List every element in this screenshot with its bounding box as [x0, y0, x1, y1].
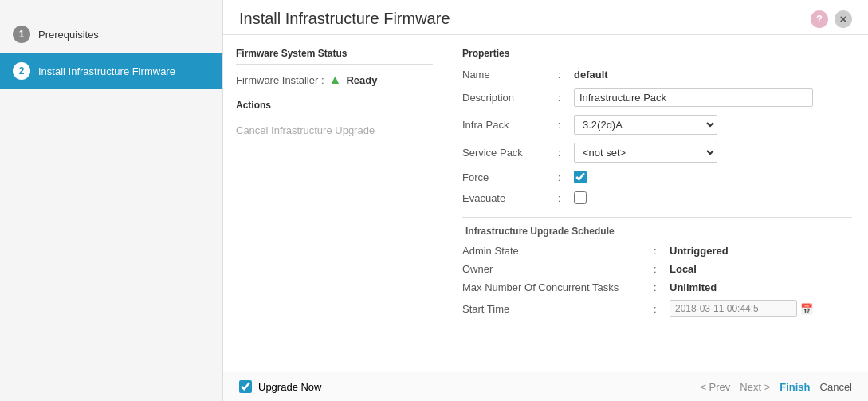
cancel-button[interactable]: Cancel [820, 381, 852, 393]
actions-section: Actions Cancel Infrastructure Upgrade [236, 100, 433, 136]
step-badge-1: 1 [13, 26, 30, 43]
description-label: Description [462, 92, 558, 104]
start-time-input[interactable] [670, 300, 797, 317]
sidebar-item-install-firmware[interactable]: 2 Install Infrastructure Firmware [0, 53, 222, 89]
dialog-title: Install Infrastructure Firmware [239, 10, 450, 28]
name-row: Name : default [462, 69, 852, 81]
cancel-infrastructure-upgrade-link: Cancel Infrastructure Upgrade [236, 124, 375, 136]
evacuate-label: Evacuate [462, 192, 558, 204]
footer-buttons: < Prev Next > Finish Cancel [700, 381, 852, 393]
owner-label: Owner [462, 263, 654, 275]
prev-button[interactable]: < Prev [700, 381, 730, 393]
force-row: Force : [462, 171, 852, 183]
description-input[interactable] [574, 88, 813, 107]
help-button[interactable]: ? [811, 10, 828, 28]
description-row: Description : [462, 88, 852, 107]
left-panel: Firmware System Status Firmware Installe… [223, 35, 446, 372]
service-pack-select[interactable]: <not set> [574, 143, 717, 163]
ready-icon: ▲ [329, 73, 342, 87]
actions-title: Actions [236, 100, 433, 116]
owner-row: Owner : Local [462, 263, 852, 275]
firmware-installer-label: Firmware Installer : [236, 74, 324, 86]
title-bar: Install Infrastructure Firmware ? × [223, 0, 868, 35]
title-actions: ? × [811, 10, 852, 28]
right-panel: Properties Name : default Description : … [446, 35, 868, 372]
main-content: Install Infrastructure Firmware ? × Firm… [223, 0, 868, 401]
admin-state-row: Admin State : Untriggered [462, 245, 852, 257]
upgrade-now-label: Upgrade Now [258, 381, 322, 393]
firmware-status-row: Firmware Installer : ▲ Ready [236, 73, 433, 87]
max-tasks-label: Max Number Of Concurrent Tasks [462, 281, 654, 293]
service-pack-label: Service Pack [462, 147, 558, 159]
close-button[interactable]: × [835, 10, 852, 28]
sidebar-item-prerequisites[interactable]: 1 Prerequisites [0, 16, 222, 53]
schedule-section: Infrastructure Upgrade Schedule Admin St… [462, 217, 852, 317]
firmware-status-value: Ready [346, 74, 377, 86]
finish-button[interactable]: Finish [780, 381, 810, 393]
owner-value: Local [670, 263, 697, 275]
step-badge-2: 2 [13, 62, 30, 80]
start-time-row: Start Time : 📅 [462, 300, 852, 317]
content-area: Firmware System Status Firmware Installe… [223, 35, 868, 372]
infra-pack-row: Infra Pack : 3.2(2d)A [462, 115, 852, 135]
evacuate-checkbox[interactable] [574, 191, 587, 204]
calendar-icon[interactable]: 📅 [800, 303, 813, 315]
upgrade-now-area: Upgrade Now [239, 380, 322, 393]
service-pack-row: Service Pack : <not set> [462, 143, 852, 163]
admin-state-label: Admin State [462, 245, 654, 257]
start-time-label: Start Time [462, 303, 654, 315]
infra-pack-label: Infra Pack [462, 119, 558, 131]
footer: Upgrade Now < Prev Next > Finish Cancel [223, 372, 868, 401]
firmware-status-title: Firmware System Status [236, 48, 433, 65]
max-tasks-value: Unlimited [670, 281, 717, 293]
name-value: default [574, 69, 608, 81]
admin-state-value: Untriggered [670, 245, 729, 257]
max-tasks-row: Max Number Of Concurrent Tasks : Unlimit… [462, 281, 852, 293]
schedule-section-title: Infrastructure Upgrade Schedule [462, 226, 852, 237]
infra-pack-select[interactable]: 3.2(2d)A [574, 115, 717, 135]
next-button[interactable]: Next > [740, 381, 770, 393]
sidebar: 1 Prerequisites 2 Install Infrastructure… [0, 0, 223, 401]
sidebar-item-install-firmware-label: Install Infrastructure Firmware [38, 65, 175, 77]
properties-title: Properties [462, 48, 852, 59]
install-firmware-dialog: 1 Prerequisites 2 Install Infrastructure… [0, 0, 868, 401]
force-checkbox[interactable] [574, 171, 587, 183]
sidebar-item-prerequisites-label: Prerequisites [38, 29, 99, 41]
name-label: Name [462, 69, 558, 81]
upgrade-now-checkbox[interactable] [239, 380, 252, 393]
evacuate-row: Evacuate : [462, 191, 852, 204]
force-label: Force [462, 171, 558, 183]
